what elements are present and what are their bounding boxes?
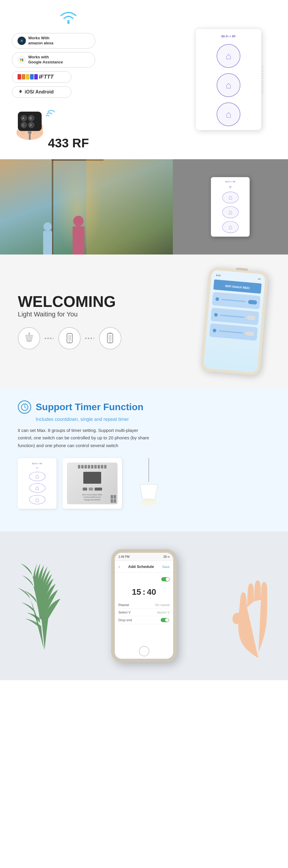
time-display: 15 : 40 [119,587,169,597]
svg-point-7 [22,60,24,61]
product-switch-btn-1[interactable]: ⌂ [29,472,45,481]
dropend-knob [165,618,169,622]
switch-dot-2 [214,313,218,316]
device-row: Select V device V [119,609,169,616]
switch-button-3[interactable]: ⌂ [217,102,241,126]
switch-vent [261,66,264,93]
schedule-topbar: 1:46 PM 28 ▪▪ [115,553,173,561]
flow-arrow-2: › [85,336,94,341]
phone-mockup: 9:41 ▪▪▪ WiFi Switch N821 [200,267,269,376]
pcb-label-text: Wi-Fi Touch Switch N821LiveTime:2000+Hou… [83,494,102,501]
home-icon-2: ⌂ [226,80,231,91]
home-icon-3: ⌂ [226,109,231,120]
timer-products: Wi-Fi + RF ⌂ ⌂ ⌂ [18,458,270,509]
schedule-back-button[interactable]: ‹ [119,564,120,569]
svg-point-25 [230,188,231,188]
svg-rect-13 [18,112,42,131]
svg-point-5 [22,58,24,60]
svg-line-37 [25,407,26,408]
phone-screen: 9:41 ▪▪▪ WiFi Switch N821 [203,270,265,372]
welcoming-title: WELCOMING [18,293,196,310]
hand-holding-phone [217,554,270,658]
schedule-section: 1:46 PM 28 ▪▪ ‹ Add Schedule Save [0,531,288,680]
ios-android-badge: iOS/ Android [12,86,71,98]
alexa-icon [18,37,26,45]
switch-small-label: Wi-Fi + RF [225,181,235,183]
switch-button-2[interactable]: ⌂ [217,73,241,97]
phone-switch-row-2[interactable] [211,308,259,325]
product-switch-card: Wi-Fi + RF ⌂ ⌂ ⌂ [18,458,57,509]
svg-point-27 [27,340,32,342]
flow-phone [58,327,81,349]
hero-left-panel: Works With amazon alexa Works with Googl… [12,9,125,150]
svg-rect-32 [108,335,111,341]
product-switch-label: Wi-Fi + RF [32,463,42,465]
repeat-value: No repeat [155,603,169,607]
switch-small-wifi-icon [227,186,233,189]
phone-switch-row-3[interactable] [209,323,258,341]
phone-app-title: WiFi Switch N821 [225,284,250,290]
time-hour: 15 [132,587,141,597]
product-switch-btn-2[interactable]: ⌂ [29,484,45,493]
lifestyle-photo [0,159,173,254]
dropend-toggle[interactable] [161,618,169,622]
schedule-left-fern [18,560,77,651]
lamp-shade-icon [134,482,164,506]
timer-title: Support Timer Function [36,402,143,412]
svg-point-2 [21,40,23,42]
phone-switch-row-1[interactable] [212,292,260,309]
wifi-icon-container [12,9,125,27]
schedule-save-button[interactable]: Save [162,565,169,568]
time-min: 40 [147,587,156,597]
schedule-title: Add Schedule [128,564,154,569]
timer-section: Support Timer Function Includes countdow… [0,389,288,531]
switch-dot-1 [215,297,219,301]
google-icon [18,56,26,64]
timer-header: Support Timer Function [18,400,270,414]
svg-point-4 [20,58,22,60]
ifttt-blocks [18,74,38,80]
remote-visual: A B C D [12,106,54,135]
svg-point-30 [69,342,70,343]
svg-point-0 [67,22,70,24]
flow-phone-2 [99,327,121,349]
svg-point-33 [110,342,111,343]
svg-text:D: D [29,124,32,127]
switch-small-btn-3[interactable]: ⌂ [222,221,238,233]
svg-point-42 [140,500,158,506]
device-value: device V [157,611,169,614]
ifttt-badge: IFTTT [12,71,71,83]
svg-point-22 [28,131,32,134]
schedule-phone-container: 1:46 PM 28 ▪▪ ‹ Add Schedule Save [77,549,211,662]
device-flow: › › [18,327,196,349]
phone-signal: ▪▪▪ [258,277,261,280]
switch-small-btn-2[interactable]: ⌂ [222,206,238,218]
svg-text:B: B [30,117,32,120]
welcoming-phone: 9:41 ▪▪▪ WiFi Switch N821 [205,269,270,374]
time-separator: : [142,587,145,597]
phone-home-area [115,644,173,659]
alexa-text: Works With amazon alexa [28,36,54,46]
switch-small-btn-1[interactable]: ⌂ [222,192,238,204]
wifi-icon [58,9,79,25]
flow-arrow-1: › [44,336,54,341]
schedule-toggle[interactable] [161,577,169,581]
svg-point-3 [19,57,25,63]
alexa-badge: Works With amazon alexa [12,33,95,49]
pcb-visual: Wi-Fi Touch Switch N821LiveTime:2000+Hou… [67,463,118,504]
svg-point-40 [37,468,37,469]
phone-home-button[interactable] [139,646,149,656]
product-switch-btn-3[interactable]: ⌂ [29,495,45,504]
fern-icon [18,560,71,650]
lamp-cord [149,458,149,482]
schedule-right [211,554,270,658]
svg-point-6 [20,60,22,61]
switch-button-1[interactable]: ⌂ [217,44,241,68]
lamp-icon [23,332,35,344]
switch-dot-3 [213,328,217,332]
hero-right-panel: Wi-Fi + RF ⌂ ⌂ ⌂ [181,29,276,130]
phone-icon-2 [104,333,116,344]
dropend-label: Drop end [119,618,132,622]
timer-subtitle: Includes countdown, single and repeat ti… [36,417,270,422]
lamp-illustration [134,458,164,506]
